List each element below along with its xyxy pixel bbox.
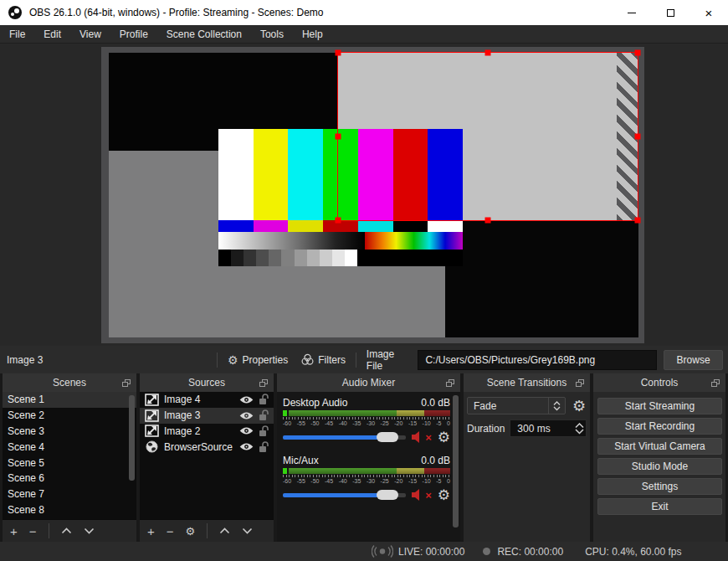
broadcast-icon [372, 545, 393, 558]
selection-handle-mid-right[interactable] [635, 134, 641, 140]
minimize-button[interactable] [613, 0, 651, 25]
remove-scene-button[interactable]: − [29, 525, 37, 538]
start-virtual-camera-button[interactable]: Start Virtual Camera [597, 438, 722, 455]
visibility-eye-icon[interactable] [239, 395, 254, 404]
move-source-down-button[interactable] [242, 528, 253, 534]
mixer-scrollbar[interactable] [453, 395, 459, 528]
transition-settings-gear-icon[interactable]: ⚙ [572, 397, 586, 414]
spinner-arrows-icon[interactable] [572, 423, 586, 435]
exit-button[interactable]: Exit [597, 498, 722, 515]
maximize-button[interactable] [651, 0, 690, 25]
selection-rectangle[interactable] [337, 52, 638, 221]
channel-settings-gear-icon[interactable]: ⚙ [438, 429, 450, 445]
popout-icon[interactable] [711, 379, 720, 387]
unlocked-lock-icon[interactable] [259, 441, 269, 453]
studio-mode-button[interactable]: Studio Mode [597, 458, 722, 475]
menu-tools[interactable]: Tools [251, 25, 293, 44]
volume-slider[interactable] [283, 435, 406, 440]
source-list-item[interactable]: BrowserSource [140, 439, 274, 455]
mute-button[interactable]: × [412, 431, 432, 444]
add-source-button[interactable]: + [147, 525, 155, 538]
move-scene-up-button[interactable] [61, 528, 72, 534]
transitions-body: Fade ⚙ Duration 300 ms [464, 392, 590, 437]
volume-slider[interactable] [283, 493, 406, 497]
move-source-up-button[interactable] [219, 528, 230, 534]
source-toolbar: Image 3 ⚙ Properties Filters Image File … [0, 346, 728, 373]
toolbar-separator [356, 353, 356, 368]
source-properties-gear-icon[interactable]: ⚙ [186, 525, 196, 538]
menu-view[interactable]: View [70, 25, 110, 44]
source-list-item[interactable]: Image 4 [140, 392, 274, 408]
transitions-header[interactable]: Scene Transitions [464, 373, 590, 392]
channel-settings-gear-icon[interactable]: ⚙ [438, 486, 450, 503]
unlocked-lock-icon[interactable] [259, 425, 269, 437]
scene-canvas[interactable] [101, 47, 644, 343]
menu-scene-collection[interactable]: Scene Collection [157, 25, 251, 44]
browse-button[interactable]: Browse [664, 350, 723, 370]
scene-list-item[interactable]: Scene 8 [3, 502, 136, 518]
popout-icon[interactable] [576, 379, 584, 387]
selection-handle-top-center[interactable] [485, 50, 491, 56]
scene-list-item[interactable]: Scene 7 [3, 486, 136, 502]
menu-help[interactable]: Help [293, 25, 332, 44]
add-scene-button[interactable]: + [10, 525, 18, 538]
filters-icon [301, 353, 314, 366]
transitions-title: Scene Transitions [487, 377, 567, 389]
popout-icon[interactable] [122, 379, 131, 387]
controls-header[interactable]: Controls [593, 373, 725, 392]
popout-icon[interactable] [259, 379, 268, 387]
source-list-item[interactable]: Image 3 [140, 408, 274, 424]
sources-header[interactable]: Sources [140, 373, 274, 392]
start-streaming-button[interactable]: Start Streaming [597, 398, 722, 414]
scene-item-black-rect-2[interactable] [445, 221, 638, 337]
image-file-input[interactable] [418, 350, 657, 370]
selection-handle-top-right[interactable] [635, 50, 641, 56]
scene-list-item[interactable]: Scene 2 [3, 408, 136, 424]
selection-handle-bottom-right[interactable] [635, 218, 641, 224]
rec-timer: REC: 00:00:00 [497, 546, 563, 558]
visibility-eye-icon[interactable] [239, 426, 254, 435]
channel-name: Desktop Audio [283, 397, 347, 409]
close-button[interactable]: × [690, 0, 728, 25]
move-scene-down-button[interactable] [84, 528, 95, 534]
remove-source-button[interactable]: − [167, 525, 174, 538]
menu-profile[interactable]: Profile [110, 25, 157, 44]
channel-name: Mic/Aux [283, 455, 319, 467]
settings-button[interactable]: Settings [597, 478, 722, 495]
mixer-header[interactable]: Audio Mixer [277, 373, 460, 392]
scenes-title: Scenes [53, 377, 86, 389]
scene-list-item[interactable]: Scene 3 [3, 424, 136, 440]
scene-list-item[interactable]: Scene 6 [3, 471, 136, 486]
scene-list-item[interactable]: Scene 1 [3, 392, 136, 408]
source-list-item[interactable]: Image 2 [140, 424, 274, 440]
properties-label: Properties [243, 354, 289, 366]
filters-button[interactable]: Filters [298, 353, 349, 366]
volume-slider-handle[interactable] [377, 490, 398, 500]
visibility-eye-icon[interactable] [239, 442, 254, 451]
scenes-header[interactable]: Scenes [3, 373, 136, 392]
unlocked-lock-icon[interactable] [259, 409, 269, 421]
maximize-icon [667, 9, 674, 17]
scenes-scrollbar[interactable] [129, 395, 135, 481]
properties-button[interactable]: ⚙ Properties [224, 353, 291, 367]
visibility-eye-icon[interactable] [239, 411, 254, 420]
selection-handle-bottom-left[interactable] [336, 218, 341, 224]
obs-logo-icon [8, 6, 22, 19]
menu-edit[interactable]: Edit [34, 25, 70, 44]
sources-title: Sources [188, 377, 225, 389]
selection-handle-top-left[interactable] [336, 50, 341, 56]
selection-handle-bottom-center[interactable] [485, 218, 491, 224]
scene-list-item[interactable]: Scene 5 [3, 455, 136, 471]
meter-scale: -60-55-50-45-40-35-30-25-20-15-10-50 [283, 477, 450, 485]
audio-mixer-panel: Audio Mixer Desktop Audio 0.0 dB -60-55 [277, 373, 460, 542]
volume-slider-handle[interactable] [377, 432, 398, 442]
unlocked-lock-icon[interactable] [259, 394, 269, 405]
selection-handle-mid-left[interactable] [336, 134, 341, 140]
menu-file[interactable]: File [0, 25, 34, 44]
scene-list-item[interactable]: Scene 4 [3, 439, 136, 455]
start-recording-button[interactable]: Start Recording [597, 418, 722, 435]
mute-button[interactable]: × [412, 489, 432, 502]
popout-icon[interactable] [446, 379, 454, 387]
duration-spinbox[interactable]: 300 ms [510, 419, 587, 437]
transition-select[interactable]: Fade [467, 397, 566, 414]
